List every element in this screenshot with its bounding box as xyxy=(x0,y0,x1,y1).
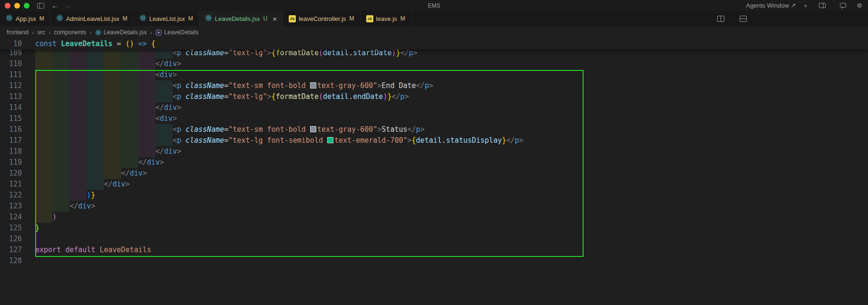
tab-leave-js[interactable]: JSleave.jsM xyxy=(361,11,411,26)
panel-layout-icon[interactable] xyxy=(819,3,826,8)
code-line[interactable]: 110</div> xyxy=(0,59,868,69)
line-number[interactable]: 116 xyxy=(0,124,22,135)
navigate-back-icon[interactable]: ← xyxy=(51,2,58,10)
js-file-icon: JS xyxy=(366,15,373,22)
indent-guide xyxy=(52,69,69,80)
breadcrumb-item-leavedetails[interactable]: LeaveDetails xyxy=(156,29,198,36)
indent-guide xyxy=(35,157,52,168)
breadcrumb-item-src[interactable]: src xyxy=(37,29,45,36)
line-number[interactable]: 119 xyxy=(0,157,22,168)
line-number[interactable]: 113 xyxy=(0,91,22,102)
line-number[interactable]: 114 xyxy=(0,102,22,113)
line-number[interactable]: 112 xyxy=(0,80,22,91)
navigate-forward-icon[interactable]: → xyxy=(65,2,71,10)
code-line[interactable]: 127export default LeaveDetails xyxy=(0,245,868,256)
indent-guide xyxy=(138,80,156,91)
tab-app-jsx[interactable]: App.jsxM xyxy=(0,11,50,26)
code-line[interactable]: 121</div> xyxy=(0,179,868,190)
code-line[interactable]: 117<p className="text-lg font-semibold t… xyxy=(0,135,868,146)
indent-guide xyxy=(104,146,121,157)
indent-guide xyxy=(104,69,121,80)
line-number[interactable]: 110 xyxy=(0,59,22,69)
tab-adminleavelist-jsx[interactable]: AdminLeaveList.jsxM xyxy=(50,11,134,26)
tab-leavecontroller-js[interactable]: JSleaveController.jsM xyxy=(283,11,361,26)
code-line[interactable]: 120</div> xyxy=(0,168,868,179)
indent-guide xyxy=(87,157,104,168)
indent-guide xyxy=(35,80,52,91)
sticky-scroll-line[interactable]: 10const LeaveDetails = () => { xyxy=(0,39,868,49)
line-number[interactable]: 128 xyxy=(0,256,22,266)
line-number[interactable]: 10 xyxy=(0,39,22,49)
close-window-button[interactable] xyxy=(5,3,10,9)
tab-label: LeaveList.jsx xyxy=(149,15,185,22)
code-line[interactable]: 124) xyxy=(0,212,868,223)
line-number[interactable]: 122 xyxy=(0,190,22,201)
editor-layout-icon[interactable] xyxy=(740,16,747,22)
breadcrumb-item-leavedetails-jsx[interactable]: LeaveDetails.jsx xyxy=(95,29,147,36)
code-line[interactable]: 114</div> xyxy=(0,102,868,113)
indent-guide xyxy=(104,80,121,91)
line-number[interactable]: 125 xyxy=(0,223,22,234)
code-line[interactable]: 113<p className="text-lg">{formatDate(de… xyxy=(0,91,868,102)
breadcrumb-item-frontend[interactable]: frontend xyxy=(7,29,29,36)
indent-guide xyxy=(138,91,156,102)
indent-guide xyxy=(104,157,121,168)
code-line[interactable]: 111<div> xyxy=(0,69,868,80)
line-number[interactable]: 121 xyxy=(0,179,22,190)
code-line[interactable]: 115<div> xyxy=(0,113,868,124)
breadcrumb-label: components xyxy=(54,29,86,36)
indent-guide xyxy=(104,113,121,124)
close-icon[interactable]: × xyxy=(273,15,277,22)
zoom-window-button[interactable] xyxy=(24,3,29,9)
code-line[interactable]: 112<p className="text-sm font-bold text-… xyxy=(0,80,868,91)
code-line[interactable]: 116<p className="text-sm font-bold text-… xyxy=(0,124,868,135)
code-lines: 109<p className="text-lg">{formatDate(de… xyxy=(0,48,868,266)
tab-leavedetails-jsx[interactable]: LeaveDetails.jsxU× xyxy=(199,11,283,26)
breadcrumb-separator: › xyxy=(32,29,34,36)
code-line[interactable]: 118</div> xyxy=(0,146,868,157)
git-status-badge: M xyxy=(400,15,405,22)
line-number[interactable]: 120 xyxy=(0,168,22,179)
indent-guide xyxy=(52,91,69,102)
line-number[interactable]: 111 xyxy=(0,69,22,80)
chat-icon[interactable] xyxy=(840,3,846,9)
code-line[interactable]: 128 xyxy=(0,256,868,266)
indent-guide xyxy=(87,179,104,190)
indent-guide xyxy=(35,59,52,69)
code-line[interactable]: 125} xyxy=(0,223,868,234)
breadcrumb-label: src xyxy=(37,29,45,36)
agents-window-link[interactable]: Agents Window ↗ xyxy=(746,2,796,9)
indent-guide xyxy=(138,59,156,69)
git-status-badge: U xyxy=(263,15,267,22)
minimize-window-button[interactable] xyxy=(14,3,20,9)
code-editor[interactable]: 109<p className="text-lg">{formatDate(de… xyxy=(0,39,868,305)
code-line[interactable]: 10const LeaveDetails = () => { xyxy=(0,39,868,49)
tab-leavelist-jsx[interactable]: LeaveList.jsxM xyxy=(134,11,199,26)
settings-gear-icon[interactable]: ⚙ xyxy=(857,2,862,9)
line-number[interactable]: 117 xyxy=(0,135,22,146)
line-number[interactable]: 126 xyxy=(0,234,22,245)
indent-guide xyxy=(35,69,52,80)
toggle-sidebar-icon[interactable] xyxy=(37,3,44,9)
indent-guide xyxy=(52,124,69,135)
line-number[interactable]: 123 xyxy=(0,201,22,212)
add-icon[interactable]: ＋ xyxy=(802,1,809,10)
indent-guide xyxy=(121,135,138,146)
indent-guide xyxy=(87,124,104,135)
code-line[interactable]: 122)} xyxy=(0,190,868,201)
indent-guide xyxy=(121,102,138,113)
breadcrumb-item-components[interactable]: components xyxy=(54,29,86,36)
indent-guide xyxy=(156,124,173,135)
line-number[interactable]: 115 xyxy=(0,113,22,124)
code-line[interactable]: 126 xyxy=(0,234,868,245)
tailwind-color-swatch xyxy=(327,137,333,143)
indent-guide xyxy=(69,168,87,179)
line-number[interactable]: 118 xyxy=(0,146,22,157)
split-editor-icon[interactable] xyxy=(717,16,724,22)
line-number[interactable]: 124 xyxy=(0,212,22,223)
indent-guide xyxy=(35,212,52,223)
indent-guide xyxy=(35,113,52,124)
code-line[interactable]: 119</div> xyxy=(0,157,868,168)
code-line[interactable]: 123</div> xyxy=(0,201,868,212)
line-number[interactable]: 127 xyxy=(0,245,22,256)
